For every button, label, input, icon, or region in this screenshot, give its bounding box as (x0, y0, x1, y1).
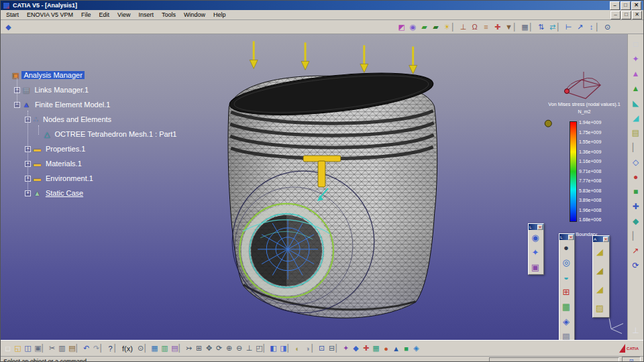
swap-space-icon[interactable]: ◑ (303, 343, 313, 355)
menu-window[interactable]: Window (180, 11, 209, 18)
shaded-edges-icon[interactable]: ◨ (278, 343, 288, 355)
zoom-out-icon[interactable]: ⊖ (234, 343, 244, 355)
formula-icon[interactable]: f(x) (119, 343, 136, 355)
close-icon[interactable]: ✕ (537, 225, 543, 230)
force-load-icon[interactable]: ▼ (503, 21, 515, 32)
tree-item-environment[interactable]: Environment.1 (44, 174, 95, 182)
tree-expand-toggle[interactable] (3, 72, 9, 78)
rotate-mesh-icon[interactable]: ⟳ (629, 258, 643, 273)
group-sphere-icon[interactable]: ● (629, 170, 643, 184)
listing-icon[interactable]: ▨ (593, 298, 606, 317)
group-surface-icon[interactable]: ◆ (629, 214, 643, 229)
palette-title-bar[interactable]: L ✕ (529, 224, 543, 230)
tree-item-properties[interactable]: Properties.1 (44, 145, 87, 153)
information-icon[interactable]: ● (559, 240, 573, 255)
child-close-button[interactable]: ✕ (632, 11, 642, 19)
3d-viewport[interactable]: ▣ Analysis Manager + ▦ Links Manager.1 −… (1, 34, 627, 340)
pressure-load-icon[interactable]: ✚ (492, 21, 503, 32)
tree-item-links-manager[interactable]: Links Manager.1 (32, 86, 91, 94)
workbench-icon[interactable]: ◆ (3, 21, 14, 32)
surface-mesher-icon[interactable]: ◣ (629, 96, 643, 111)
paste-icon[interactable]: ▤ (67, 343, 77, 355)
zoom-tool-icon[interactable]: ⊙ (602, 21, 613, 32)
group-point-icon[interactable]: ◇ (629, 155, 643, 170)
normal-view-icon[interactable]: ⊥ (244, 343, 254, 355)
tetra-mesher-icon[interactable]: ▲ (629, 66, 643, 81)
knowledge-icon[interactable]: ✦ (341, 343, 351, 355)
table-icon[interactable]: ▥ (160, 343, 170, 355)
amplitude-icon[interactable]: ⊞ (559, 284, 573, 299)
tree-item-static-case[interactable]: Static Case (44, 189, 85, 197)
pattern-icon[interactable]: ◆ (351, 343, 361, 355)
pan-icon[interactable]: ✥ (204, 343, 214, 355)
new-document-icon[interactable]: □ (3, 343, 13, 355)
snap-icon[interactable]: ⊡ (317, 343, 327, 355)
menu-view[interactable]: View (113, 11, 134, 18)
model-manager-icon[interactable]: □ (629, 37, 643, 52)
align-left-icon[interactable]: ⊢ (563, 21, 574, 32)
measure-between-icon[interactable]: ↕ (586, 21, 597, 32)
elfini-listing-icon[interactable]: ◢ (593, 280, 606, 298)
close-button[interactable]: ✕ (631, 1, 641, 10)
tree-item-analysis-manager[interactable]: Analysis Manager (21, 71, 84, 79)
palette-title-bar[interactable]: A ✕ (593, 236, 609, 242)
save-icon[interactable]: ◫ (23, 343, 33, 355)
mesh-tool-icon[interactable]: ▦ (371, 343, 381, 355)
close-icon[interactable]: ✕ (603, 237, 608, 242)
menu-insert[interactable]: Insert (134, 11, 158, 18)
menu-file[interactable]: File (77, 11, 95, 18)
datum-icon[interactable]: ⊟ (327, 343, 337, 355)
open-icon[interactable]: ◱ (13, 343, 23, 355)
chart-icon[interactable]: ▤ (170, 343, 180, 355)
rotate-view-icon[interactable]: ⟳ (214, 343, 224, 355)
mesh-spec-icon[interactable]: ✦ (629, 52, 643, 66)
measure-icon[interactable]: ↗ (574, 21, 586, 32)
multi-view-icon[interactable]: ◰ (254, 343, 264, 355)
historic-of-computations-icon[interactable]: ◢ (593, 261, 606, 280)
menu-help[interactable]: Help (209, 11, 230, 18)
search-icon[interactable]: ⊙ (136, 343, 146, 355)
menu-enovia[interactable]: ENOVIA V5 VPM (23, 11, 77, 18)
minimize-button[interactable]: – (610, 1, 620, 10)
command-input[interactable] (489, 357, 619, 362)
extrema-icon[interactable]: ▦ (559, 299, 573, 314)
solid-property-icon[interactable]: ▲ (629, 81, 643, 96)
mesh-part-icon[interactable]: ▰ (419, 21, 430, 32)
arrows-updown-icon[interactable]: ⇅ (535, 21, 547, 32)
mesh-surface-icon[interactable]: ▰ (430, 21, 441, 32)
tree-item-nodes-and-elements[interactable]: Nodes and Elements (41, 115, 113, 123)
child-minimize-button[interactable]: – (610, 11, 621, 19)
amplification-icon[interactable]: ✦ (529, 245, 542, 259)
redo-icon[interactable]: ↷ (91, 343, 101, 355)
fit-all-icon[interactable]: ⊞ (194, 343, 204, 355)
hide-show-icon[interactable]: ◐ (292, 343, 303, 355)
slider-restraint-icon[interactable]: ≡ (480, 21, 492, 32)
fly-mode-icon[interactable]: ↣ (184, 343, 194, 355)
square-tool-icon[interactable]: ■ (401, 343, 411, 355)
child-restore-button[interactable]: □ (621, 11, 631, 19)
arrows-leftright-icon[interactable]: ⇄ (547, 21, 558, 32)
undo-icon[interactable]: ↶ (81, 343, 91, 355)
analysis-results-icon[interactable]: ◩ (396, 21, 407, 32)
image-edition-icon[interactable]: ◉ (529, 230, 542, 245)
maximize-button[interactable]: □ (621, 1, 631, 10)
translate-mesh-icon[interactable]: ↗ (629, 243, 643, 258)
cut-plane-icon[interactable]: ▣ (529, 259, 542, 274)
deformation-icon[interactable]: ◉ (407, 21, 419, 32)
triangle-tool-icon[interactable]: ▲ (391, 343, 401, 355)
cut-icon[interactable]: ✂ (47, 343, 57, 355)
zoom-in-icon[interactable]: ⊕ (224, 343, 234, 355)
image-layout-icon[interactable]: ◎ (559, 255, 573, 269)
tree-item-materials[interactable]: Materials.1 (44, 160, 84, 168)
adaptivity-grid-icon[interactable]: ▦ (519, 21, 531, 32)
axis-system-icon[interactable]: ⊥ (629, 323, 643, 338)
clamp-restraint-icon[interactable]: ⊥ (458, 21, 469, 32)
palette-title-bar[interactable]: L ✕ (559, 234, 574, 240)
sphere-clipping-icon[interactable]: ◒ (559, 269, 573, 284)
group-box-icon[interactable]: ■ (629, 184, 643, 199)
shaded-view-icon[interactable]: ◧ (268, 343, 278, 355)
restraint-icon[interactable]: Ω (469, 21, 480, 32)
image-editor-icon[interactable]: ◈ (559, 314, 573, 328)
beam-mesher-icon[interactable]: ◢ (629, 111, 643, 125)
print-icon[interactable]: ▣ (33, 343, 43, 355)
